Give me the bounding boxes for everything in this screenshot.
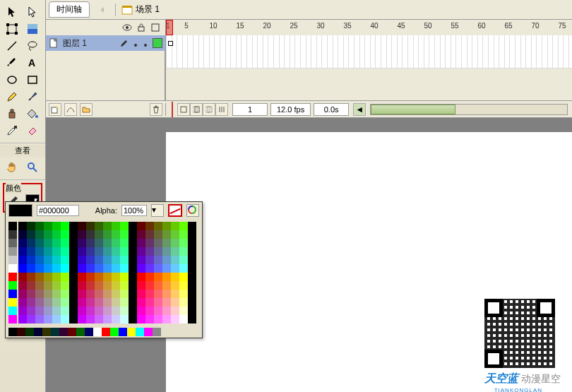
keyframe[interactable] xyxy=(166,35,173,51)
color-swatch[interactable] xyxy=(8,264,17,273)
color-swatch[interactable] xyxy=(137,230,145,239)
color-swatch[interactable] xyxy=(8,239,17,247)
color-swatch[interactable] xyxy=(95,264,103,273)
color-swatch[interactable] xyxy=(120,230,129,239)
color-swatch[interactable] xyxy=(137,264,145,273)
text-tool[interactable]: A xyxy=(24,55,41,71)
color-swatch[interactable] xyxy=(52,230,61,239)
color-swatch[interactable] xyxy=(137,290,145,298)
color-swatch[interactable] xyxy=(95,230,103,239)
color-swatch[interactable] xyxy=(8,298,17,307)
color-swatch[interactable] xyxy=(78,264,86,273)
color-swatch[interactable] xyxy=(171,256,179,264)
no-color-button[interactable] xyxy=(168,204,182,217)
lasso-tool[interactable] xyxy=(24,38,41,54)
color-swatch[interactable] xyxy=(112,273,120,281)
color-swatch[interactable] xyxy=(95,239,103,247)
color-swatch[interactable] xyxy=(44,315,52,323)
color-swatch[interactable] xyxy=(119,328,127,336)
color-swatch[interactable] xyxy=(44,281,52,290)
visibility-dot[interactable] xyxy=(133,40,138,46)
color-swatch[interactable] xyxy=(145,315,154,323)
color-swatch[interactable] xyxy=(129,315,137,323)
color-swatch[interactable] xyxy=(171,290,179,298)
color-swatch[interactable] xyxy=(8,222,17,230)
color-swatch[interactable] xyxy=(42,328,51,336)
color-swatch[interactable] xyxy=(52,298,61,307)
color-swatch[interactable] xyxy=(44,230,52,239)
color-swatch[interactable] xyxy=(112,315,120,323)
scroll-left-button[interactable]: ◄ xyxy=(353,103,366,116)
gradient-tool[interactable] xyxy=(24,21,41,37)
color-swatch[interactable] xyxy=(188,315,196,323)
color-swatch[interactable] xyxy=(162,256,171,264)
color-swatch[interactable] xyxy=(35,247,44,256)
color-swatch[interactable] xyxy=(137,273,145,281)
color-swatch[interactable] xyxy=(112,247,120,256)
color-swatch[interactable] xyxy=(162,307,171,315)
color-swatch[interactable] xyxy=(95,281,103,290)
color-swatch[interactable] xyxy=(69,290,78,298)
new-folder-button[interactable] xyxy=(80,103,93,116)
color-swatch[interactable] xyxy=(69,256,78,264)
color-swatch[interactable] xyxy=(112,264,120,273)
color-swatch[interactable] xyxy=(52,247,61,256)
pencil-tool[interactable] xyxy=(4,89,20,105)
color-swatch[interactable] xyxy=(145,256,154,264)
color-swatch[interactable] xyxy=(145,298,154,307)
color-swatch[interactable] xyxy=(137,247,145,256)
color-swatch[interactable] xyxy=(8,281,17,290)
color-swatch[interactable] xyxy=(162,222,171,230)
color-swatch[interactable] xyxy=(188,307,196,315)
color-swatch[interactable] xyxy=(112,290,120,298)
color-swatch[interactable] xyxy=(61,264,69,273)
color-swatch[interactable] xyxy=(35,230,44,239)
color-swatch[interactable] xyxy=(103,315,112,323)
color-swatch[interactable] xyxy=(154,256,162,264)
color-swatch[interactable] xyxy=(78,239,86,247)
color-swatch[interactable] xyxy=(68,328,76,336)
color-swatch[interactable] xyxy=(188,264,196,273)
color-swatch[interactable] xyxy=(44,273,52,281)
freetransform-tool[interactable] xyxy=(4,21,20,37)
color-swatch[interactable] xyxy=(52,264,61,273)
color-swatch[interactable] xyxy=(8,256,17,264)
color-swatch[interactable] xyxy=(137,222,145,230)
color-swatch[interactable] xyxy=(112,239,120,247)
color-swatch[interactable] xyxy=(179,239,188,247)
color-swatch[interactable] xyxy=(61,281,69,290)
color-swatch[interactable] xyxy=(112,281,120,290)
brush-tool[interactable] xyxy=(24,89,41,105)
color-swatch[interactable] xyxy=(93,328,102,336)
line-tool[interactable] xyxy=(4,38,20,54)
selection-tool[interactable] xyxy=(4,4,20,20)
color-swatch[interactable] xyxy=(61,273,69,281)
layer-row[interactable]: 图层 1 xyxy=(46,35,165,51)
color-swatch[interactable] xyxy=(69,307,78,315)
color-swatch[interactable] xyxy=(17,328,25,336)
color-swatch[interactable] xyxy=(86,273,95,281)
color-swatch[interactable] xyxy=(179,290,188,298)
color-swatch[interactable] xyxy=(171,298,179,307)
color-swatch[interactable] xyxy=(129,239,137,247)
color-swatch[interactable] xyxy=(78,315,86,323)
color-swatch[interactable] xyxy=(120,281,129,290)
timeline-scrollbar[interactable] xyxy=(370,104,568,115)
color-swatch[interactable] xyxy=(44,307,52,315)
color-swatch[interactable] xyxy=(162,281,171,290)
color-swatch[interactable] xyxy=(179,247,188,256)
color-swatch[interactable] xyxy=(103,239,112,247)
color-swatch[interactable] xyxy=(120,264,129,273)
color-swatch[interactable] xyxy=(171,281,179,290)
color-swatch[interactable] xyxy=(86,290,95,298)
outline-column-icon[interactable] xyxy=(150,22,161,33)
color-swatch[interactable] xyxy=(95,298,103,307)
color-swatch[interactable] xyxy=(86,264,95,273)
color-swatch[interactable] xyxy=(145,290,154,298)
color-swatch[interactable] xyxy=(27,315,35,323)
scene-breadcrumb[interactable]: 场景 1 xyxy=(121,4,160,16)
color-swatch[interactable] xyxy=(69,264,78,273)
color-swatch[interactable] xyxy=(154,239,162,247)
color-swatch[interactable] xyxy=(162,230,171,239)
color-swatch[interactable] xyxy=(18,264,27,273)
